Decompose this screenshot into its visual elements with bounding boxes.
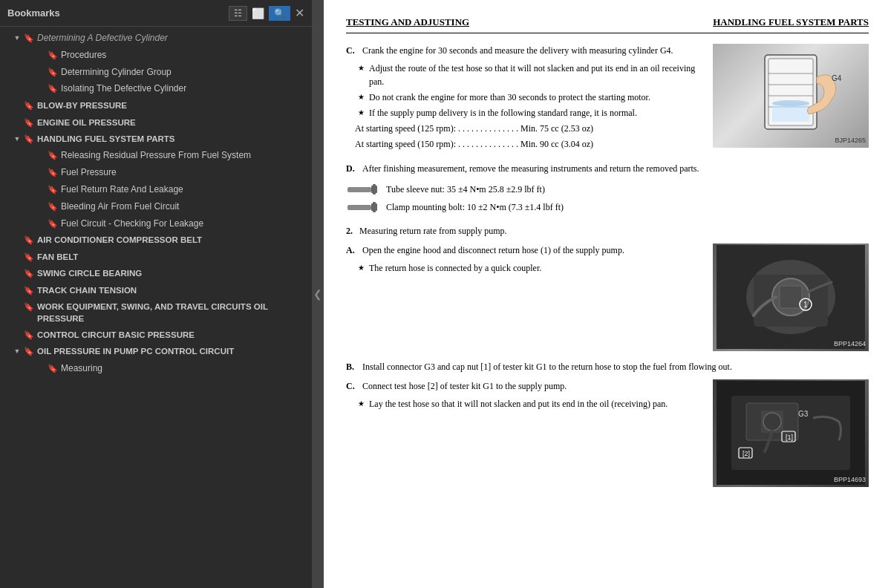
- step-2B-block: B. Install connector G3 and cap nut [1] …: [346, 360, 869, 373]
- sidebar-item-handling-fuel[interactable]: 🔖 HANDLING FUEL SYSTEM PARTS: [0, 131, 312, 147]
- sidebar-item-label: Isolating The Defective Cylinder: [61, 82, 307, 95]
- list-view-button[interactable]: ☷: [229, 6, 247, 21]
- bookmark-icon: 🔖: [48, 67, 58, 78]
- bookmark-icon: 🔖: [24, 100, 34, 111]
- sidebar-item-label: Procedures: [61, 49, 307, 62]
- bookmark-icon: 🔖: [24, 301, 34, 313]
- img-A-label: BPP14264: [834, 339, 866, 350]
- doc-header: TESTING AND ADJUSTING HANDLING FUEL SYST…: [346, 15, 869, 33]
- para-A-bullets: The return hose is connected by a quick …: [358, 261, 702, 275]
- step-2C-block: C. Connect test hose [2] of tester kit G…: [346, 379, 869, 487]
- para-C-image: G4 BJP14265: [713, 44, 869, 153]
- step-2-header: 2. Measuring return rate from supply pum…: [346, 224, 869, 238]
- para-letter-D: D.: [346, 162, 358, 175]
- bookmark-icon: 🔖: [24, 33, 34, 44]
- sidebar-item-label: ENGINE OIL PRESSURE: [37, 117, 307, 128]
- bookmark-icon: 🔖: [48, 167, 58, 178]
- close-button[interactable]: ✕: [295, 6, 304, 20]
- img-B-label: BPP14693: [834, 475, 866, 486]
- para-D-text: After finishing measurement, remove the …: [362, 162, 699, 175]
- bookmark-icon: 🔖: [48, 50, 58, 61]
- svg-text:[1]: [1]: [786, 434, 793, 441]
- step-2C-image: G3 [1] [2] BPP14693: [713, 379, 869, 487]
- photo-A-svg: 1: [717, 245, 865, 349]
- sidebar-item-label: AIR CONDITIONER COMPRESSOR BELT: [37, 234, 307, 246]
- sidebar-tree: 🔖 Determining A Defective Cylinder 🔖 Pro…: [0, 27, 312, 588]
- sidebar-item-swing-circle[interactable]: 🔖 SWING CIRCLE BEARING: [0, 265, 312, 281]
- svg-rect-15: [373, 202, 376, 205]
- sidebar-item-fuel-pressure[interactable]: 🔖 Fuel Pressure: [0, 164, 312, 181]
- img-C-label: BJP14265: [835, 136, 866, 146]
- svg-rect-12: [373, 192, 376, 195]
- sidebar-item-bleeding-air[interactable]: 🔖 Bleeding Air From Fuel Circuit: [0, 198, 312, 215]
- sidebar-item-label: FAN BELT: [37, 251, 307, 263]
- bookmark-icon: 🔖: [48, 150, 58, 161]
- sidebar-item-oil-pressure-pump[interactable]: 🔖 OIL PRESSURE IN PUMP PC CONTROL CIRCUI…: [0, 343, 312, 359]
- bookmark-icon: 🔖: [24, 330, 34, 341]
- svg-text:[2]: [2]: [742, 450, 750, 457]
- sidebar-item-label: Fuel Pressure: [61, 166, 307, 179]
- sidebar-item-label: OIL PRESSURE IN PUMP PC CONTROL CIRCUIT: [37, 345, 307, 357]
- wrench-icon-1: [346, 183, 379, 196]
- torque-row-1: Tube sleeve nut: 35 ±4 N•m 25.8 ±2.9 lbf…: [346, 183, 869, 196]
- sidebar-item-label: SWING CIRCLE BEARING: [37, 267, 307, 279]
- wrench-icon-2: [346, 200, 379, 214]
- torque-2-text: Clamp mounting bolt: 10 ±2 N•m (7.3 ±1.4…: [386, 200, 564, 214]
- sidebar: Bookmarks ☷ ⬜ 🔍 ✕ 🔖 Determining A Defect…: [0, 0, 312, 588]
- step-2A-block: A. Open the engine hood and disconnect r…: [346, 244, 869, 351]
- doc-header-right: HANDLING FUEL SYSTEM PARTS: [713, 15, 869, 30]
- svg-text:G4: G4: [832, 74, 842, 82]
- expand-icon: [12, 346, 22, 356]
- photo-B-svg: G3 [1] [2]: [717, 381, 865, 485]
- doc-header-left: TESTING AND ADJUSTING: [346, 15, 469, 30]
- sidebar-item-isolating-defective[interactable]: 🔖 Isolating The Defective Cylinder: [0, 80, 312, 97]
- sidebar-item-label: Measuring: [61, 362, 307, 375]
- sidebar-item-determining-defective[interactable]: 🔖 Determining A Defective Cylinder: [0, 30, 312, 47]
- sidebar-item-label: WORK EQUIPMENT, SWING, AND TRAVEL CIRCUI…: [37, 301, 307, 324]
- para-C-text: Crank the engine for 30 seconds and meas…: [362, 44, 673, 57]
- bookmark-icon: 🔖: [24, 117, 34, 128]
- sidebar-item-track-chain[interactable]: 🔖 TRACK CHAIN TENSION: [0, 282, 312, 298]
- step-2-number: 2.: [346, 226, 353, 236]
- bookmark-icon: 🔖: [24, 235, 34, 246]
- paragraph-C-block: C. Crank the engine for 30 seconds and m…: [346, 44, 869, 153]
- illustration-C: G4: [720, 48, 861, 144]
- sidebar-item-fan-belt[interactable]: 🔖 FAN BELT: [0, 249, 312, 265]
- svg-rect-13: [347, 205, 371, 210]
- sidebar-item-ac-belt[interactable]: 🔖 AIR CONDITIONER COMPRESSOR BELT: [0, 232, 312, 248]
- svg-point-7: [772, 100, 809, 106]
- bookmark-icon: 🔖: [24, 268, 34, 279]
- torque-1-text: Tube sleeve nut: 35 ±4 N•m 25.8 ±2.9 lbf…: [386, 183, 545, 196]
- sidebar-item-label: Releasing Residual Pressure From Fuel Sy…: [61, 149, 307, 162]
- sidebar-title: Bookmarks: [7, 7, 60, 19]
- sidebar-item-measuring[interactable]: 🔖 Measuring: [0, 360, 312, 377]
- sidebar-item-label: TRACK CHAIN TENSION: [37, 284, 307, 296]
- cursor-icon: ⬜: [252, 7, 264, 19]
- sidebar-item-engine-oil[interactable]: 🔖 ENGINE OIL PRESSURE: [0, 114, 312, 131]
- sidebar-item-releasing-residual[interactable]: 🔖 Releasing Residual Pressure From Fuel …: [0, 147, 312, 164]
- sidebar-item-label: Fuel Circuit - Checking For Leakage: [61, 218, 307, 230]
- sidebar-header: Bookmarks ☷ ⬜ 🔍 ✕: [0, 0, 312, 27]
- sidebar-item-control-circuit[interactable]: 🔖 CONTROL CIRCUIT BASIC PRESSURE: [0, 327, 312, 343]
- sidebar-item-fuel-return[interactable]: 🔖 Fuel Return Rate And Leakage: [0, 181, 312, 198]
- bookmark-icon: 🔖: [48, 184, 58, 195]
- para-C2-bullets: Lay the test hose so that it will not sl…: [358, 397, 702, 411]
- para-A-text: Open the engine hood and disconnect retu…: [362, 244, 624, 257]
- sidebar-item-label: BLOW-BY PRESSURE: [37, 99, 307, 111]
- sidebar-collapse-handle[interactable]: ❮: [312, 0, 324, 588]
- sidebar-item-procedures[interactable]: 🔖 Procedures: [0, 47, 312, 64]
- sidebar-item-work-equipment[interactable]: 🔖 WORK EQUIPMENT, SWING, AND TRAVEL CIRC…: [0, 298, 312, 327]
- find-bookmark-button[interactable]: 🔍: [269, 6, 290, 21]
- bullet-C2-1: Lay the test hose so that it will not sl…: [358, 397, 702, 411]
- sidebar-item-det-cyl-group[interactable]: 🔖 Determining Cylinder Group: [0, 64, 312, 81]
- bookmark-icon: 🔖: [48, 83, 58, 94]
- para-C-bullets: Adjust the route of the test hose so tha…: [358, 62, 702, 120]
- photo-B: G3 [1] [2] BPP14693: [713, 379, 869, 487]
- sidebar-item-fuel-circuit-check[interactable]: 🔖 Fuel Circuit - Checking For Leakage: [0, 215, 312, 232]
- expand-icon: [12, 134, 22, 144]
- spec-line-2: At starting speed (150 rpm): . . . . . .…: [355, 137, 702, 151]
- sidebar-item-blow-by[interactable]: 🔖 BLOW-BY PRESSURE: [0, 97, 312, 114]
- paragraph-D-block: D. After finishing measurement, remove t…: [346, 162, 869, 175]
- sidebar-item-label: HANDLING FUEL SYSTEM PARTS: [37, 133, 307, 145]
- svg-rect-11: [373, 184, 376, 187]
